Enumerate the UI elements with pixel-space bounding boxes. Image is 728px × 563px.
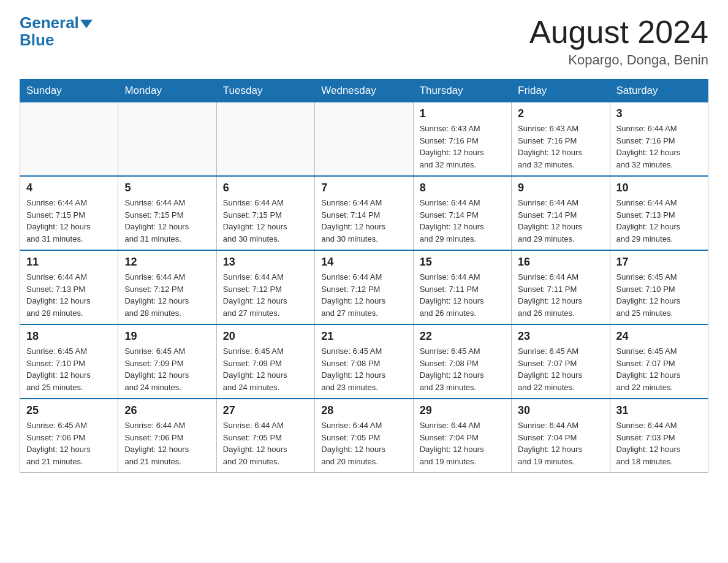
day-detail: Sunrise: 6:45 AMSunset: 7:08 PMDaylight:… [321, 345, 406, 393]
calendar-cell: 7Sunrise: 6:44 AMSunset: 7:14 PMDaylight… [315, 176, 413, 250]
day-number: 26 [124, 404, 210, 417]
day-detail: Sunrise: 6:45 AMSunset: 7:09 PMDaylight:… [124, 345, 210, 393]
day-number: 8 [420, 182, 505, 194]
logo-blue: Blue [20, 32, 54, 48]
day-detail: Sunrise: 6:44 AMSunset: 7:13 PMDaylight:… [616, 197, 702, 245]
day-detail: Sunrise: 6:44 AMSunset: 7:15 PMDaylight:… [124, 197, 210, 245]
day-detail: Sunrise: 6:44 AMSunset: 7:12 PMDaylight:… [223, 271, 308, 319]
day-number: 20 [223, 330, 308, 343]
day-number: 9 [518, 182, 603, 194]
day-detail: Sunrise: 6:45 AMSunset: 7:09 PMDaylight:… [223, 345, 308, 393]
col-header-friday: Friday [512, 80, 610, 102]
day-number: 12 [124, 256, 210, 269]
calendar-cell: 6Sunrise: 6:44 AMSunset: 7:15 PMDaylight… [216, 176, 314, 250]
day-number: 23 [518, 330, 603, 343]
week-row-1: 1Sunrise: 6:43 AMSunset: 7:16 PMDaylight… [20, 102, 708, 177]
calendar-cell: 31Sunrise: 6:44 AMSunset: 7:03 PMDayligh… [610, 399, 708, 473]
calendar-cell: 29Sunrise: 6:44 AMSunset: 7:04 PMDayligh… [413, 399, 511, 473]
calendar-cell: 23Sunrise: 6:45 AMSunset: 7:07 PMDayligh… [512, 324, 610, 399]
week-row-3: 11Sunrise: 6:44 AMSunset: 7:13 PMDayligh… [20, 250, 708, 324]
day-detail: Sunrise: 6:45 AMSunset: 7:08 PMDaylight:… [420, 345, 505, 393]
day-number: 13 [223, 256, 308, 269]
day-detail: Sunrise: 6:44 AMSunset: 7:12 PMDaylight:… [321, 271, 406, 319]
calendar-cell: 20Sunrise: 6:45 AMSunset: 7:09 PMDayligh… [216, 324, 314, 399]
day-detail: Sunrise: 6:45 AMSunset: 7:10 PMDaylight:… [26, 345, 112, 393]
day-number: 2 [518, 107, 603, 120]
calendar-cell: 9Sunrise: 6:44 AMSunset: 7:14 PMDaylight… [512, 176, 610, 250]
day-number: 10 [616, 182, 702, 194]
calendar-cell: 10Sunrise: 6:44 AMSunset: 7:13 PMDayligh… [610, 176, 708, 250]
calendar-cell: 14Sunrise: 6:44 AMSunset: 7:12 PMDayligh… [315, 250, 413, 324]
day-detail: Sunrise: 6:44 AMSunset: 7:04 PMDaylight:… [518, 419, 603, 467]
col-header-thursday: Thursday [413, 80, 511, 102]
calendar-cell: 30Sunrise: 6:44 AMSunset: 7:04 PMDayligh… [512, 399, 610, 473]
day-number: 18 [26, 330, 112, 343]
calendar-cell: 3Sunrise: 6:44 AMSunset: 7:16 PMDaylight… [610, 102, 708, 177]
calendar-cell: 2Sunrise: 6:43 AMSunset: 7:16 PMDaylight… [512, 102, 610, 177]
calendar-cell: 16Sunrise: 6:44 AMSunset: 7:11 PMDayligh… [512, 250, 610, 324]
logo-triangle-icon [80, 20, 93, 28]
calendar-cell: 24Sunrise: 6:45 AMSunset: 7:07 PMDayligh… [610, 324, 708, 399]
day-number: 28 [321, 404, 406, 417]
month-title: August 2024 [529, 15, 708, 50]
day-number: 17 [616, 256, 702, 269]
title-area: August 2024 Kopargo, Donga, Benin [529, 15, 708, 68]
day-detail: Sunrise: 6:44 AMSunset: 7:05 PMDaylight:… [223, 419, 308, 467]
day-detail: Sunrise: 6:44 AMSunset: 7:12 PMDaylight:… [124, 271, 210, 319]
day-number: 15 [420, 256, 505, 269]
calendar-cell: 27Sunrise: 6:44 AMSunset: 7:05 PMDayligh… [216, 399, 314, 473]
calendar-cell [20, 102, 118, 177]
day-number: 25 [26, 404, 112, 417]
calendar-cell: 17Sunrise: 6:45 AMSunset: 7:10 PMDayligh… [610, 250, 708, 324]
day-number: 6 [223, 182, 308, 194]
day-number: 27 [223, 404, 308, 417]
day-detail: Sunrise: 6:43 AMSunset: 7:16 PMDaylight:… [420, 123, 505, 170]
calendar-cell: 15Sunrise: 6:44 AMSunset: 7:11 PMDayligh… [413, 250, 511, 324]
calendar-cell: 21Sunrise: 6:45 AMSunset: 7:08 PMDayligh… [315, 324, 413, 399]
day-number: 5 [124, 182, 210, 194]
day-detail: Sunrise: 6:44 AMSunset: 7:15 PMDaylight:… [223, 197, 308, 245]
logo-general: General [20, 15, 93, 31]
calendar-cell: 5Sunrise: 6:44 AMSunset: 7:15 PMDaylight… [118, 176, 216, 250]
day-number: 24 [616, 330, 702, 343]
week-row-2: 4Sunrise: 6:44 AMSunset: 7:15 PMDaylight… [20, 176, 708, 250]
calendar-cell: 8Sunrise: 6:44 AMSunset: 7:14 PMDaylight… [413, 176, 511, 250]
page-header: General Blue August 2024 Kopargo, Donga,… [20, 15, 708, 68]
col-header-wednesday: Wednesday [315, 80, 413, 102]
day-number: 21 [321, 330, 406, 343]
day-number: 19 [124, 330, 210, 343]
day-number: 7 [321, 182, 406, 194]
week-row-5: 25Sunrise: 6:45 AMSunset: 7:06 PMDayligh… [20, 399, 708, 473]
day-detail: Sunrise: 6:45 AMSunset: 7:07 PMDaylight:… [616, 345, 702, 393]
day-number: 30 [518, 404, 603, 417]
day-detail: Sunrise: 6:44 AMSunset: 7:15 PMDaylight:… [26, 197, 112, 245]
day-detail: Sunrise: 6:44 AMSunset: 7:03 PMDaylight:… [616, 419, 702, 467]
day-number: 29 [420, 404, 505, 417]
calendar-cell: 11Sunrise: 6:44 AMSunset: 7:13 PMDayligh… [20, 250, 118, 324]
day-number: 16 [518, 256, 603, 269]
day-detail: Sunrise: 6:44 AMSunset: 7:14 PMDaylight:… [518, 197, 603, 245]
day-number: 1 [420, 107, 505, 120]
calendar-cell: 22Sunrise: 6:45 AMSunset: 7:08 PMDayligh… [413, 324, 511, 399]
day-detail: Sunrise: 6:44 AMSunset: 7:11 PMDaylight:… [518, 271, 603, 319]
calendar-cell: 28Sunrise: 6:44 AMSunset: 7:05 PMDayligh… [315, 399, 413, 473]
calendar-cell [216, 102, 314, 177]
calendar-cell: 13Sunrise: 6:44 AMSunset: 7:12 PMDayligh… [216, 250, 314, 324]
logo: General Blue [20, 15, 93, 48]
location-title: Kopargo, Donga, Benin [529, 52, 708, 68]
calendar-cell: 4Sunrise: 6:44 AMSunset: 7:15 PMDaylight… [20, 176, 118, 250]
day-number: 11 [26, 256, 112, 269]
day-detail: Sunrise: 6:45 AMSunset: 7:07 PMDaylight:… [518, 345, 603, 393]
day-detail: Sunrise: 6:44 AMSunset: 7:14 PMDaylight:… [321, 197, 406, 245]
calendar-cell: 26Sunrise: 6:44 AMSunset: 7:06 PMDayligh… [118, 399, 216, 473]
day-number: 31 [616, 404, 702, 417]
calendar-cell [118, 102, 216, 177]
day-detail: Sunrise: 6:45 AMSunset: 7:10 PMDaylight:… [616, 271, 702, 319]
day-detail: Sunrise: 6:45 AMSunset: 7:06 PMDaylight:… [26, 419, 112, 467]
calendar-table: SundayMondayTuesdayWednesdayThursdayFrid… [20, 79, 708, 473]
day-number: 22 [420, 330, 505, 343]
calendar-cell: 19Sunrise: 6:45 AMSunset: 7:09 PMDayligh… [118, 324, 216, 399]
calendar-cell: 1Sunrise: 6:43 AMSunset: 7:16 PMDaylight… [413, 102, 511, 177]
day-number: 4 [26, 182, 112, 194]
day-number: 3 [616, 107, 702, 120]
